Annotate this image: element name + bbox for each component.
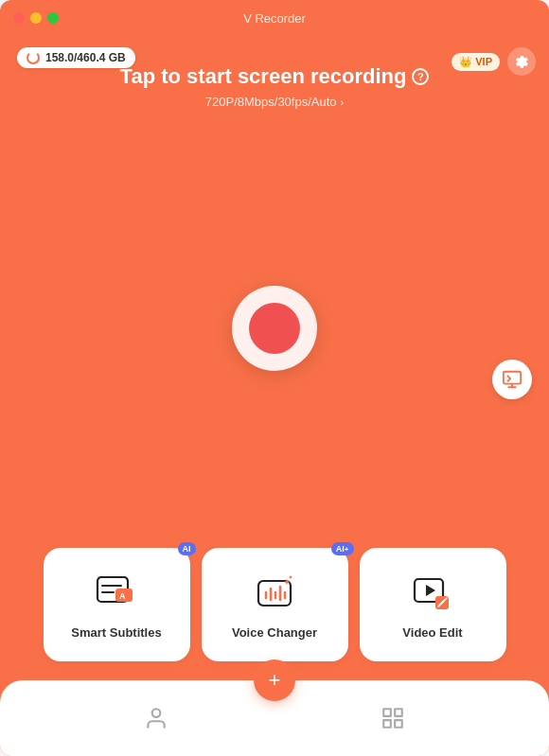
tap-title-row: Tap to start screen recording ? <box>120 64 430 89</box>
add-button[interactable]: + <box>254 659 295 701</box>
storage-icon <box>27 51 40 64</box>
record-btn-container <box>232 109 317 548</box>
svg-rect-23 <box>383 720 391 728</box>
svg-rect-22 <box>395 709 402 716</box>
vip-label: VIP <box>475 56 492 67</box>
svg-rect-21 <box>383 709 391 716</box>
record-button[interactable] <box>232 286 317 371</box>
smart-subtitles-icon: A <box>94 571 139 616</box>
video-edit-icon <box>410 571 455 616</box>
window-title: V Recorder <box>243 11 306 26</box>
svg-marker-15 <box>426 585 435 596</box>
voice-changer-label: Voice Changer <box>232 625 317 640</box>
smart-subtitles-card[interactable]: AI A Smart Subtitles <box>44 548 190 661</box>
traffic-lights <box>13 12 59 24</box>
vip-badge[interactable]: 👑 VIP <box>452 53 500 71</box>
add-icon: + <box>269 668 281 693</box>
storage-badge: 158.0/460.4 GB <box>17 47 135 68</box>
tab-apps[interactable] <box>362 698 424 738</box>
gear-icon <box>514 54 529 69</box>
chevron-right-icon: › <box>341 97 345 108</box>
close-button[interactable] <box>13 12 25 24</box>
tap-title-text: Tap to start screen recording <box>120 64 407 89</box>
settings-button[interactable] <box>507 47 536 76</box>
person-icon <box>144 706 168 730</box>
main-content: Tap to start screen recording ? 720P/8Mb… <box>0 36 549 680</box>
help-button[interactable]: ? <box>412 68 429 85</box>
record-btn-inner <box>249 303 300 354</box>
svg-text:A: A <box>119 591 126 601</box>
bottom-tab-bar: + <box>0 680 549 756</box>
vip-icon: 👑 <box>459 56 472 68</box>
svg-point-20 <box>152 709 161 717</box>
top-right-controls: 👑 VIP <box>452 47 536 76</box>
svg-line-18 <box>438 606 439 607</box>
minimize-button[interactable] <box>30 12 42 24</box>
voice-changer-icon <box>252 571 297 616</box>
screenshot-icon <box>502 369 522 390</box>
storage-text: 158.0/460.4 GB <box>45 51 126 64</box>
ai-badge-subtitles: AI <box>178 542 196 555</box>
svg-rect-0 <box>504 371 521 383</box>
quality-label: 720P/8Mbps/30fps/Auto <box>205 95 337 109</box>
feature-cards-row: AI A Smart Subtitles AI <box>21 548 529 661</box>
maximize-button[interactable] <box>47 12 59 24</box>
video-edit-label: Video Edit <box>402 625 462 640</box>
title-bar: V Recorder <box>0 0 549 36</box>
floating-screenshot-button[interactable] <box>492 360 532 399</box>
app-window: V Recorder 158.0/460.4 GB 👑 VIP Tap to s… <box>0 0 549 756</box>
tab-profile[interactable] <box>125 698 187 738</box>
grid-icon <box>381 706 405 730</box>
svg-line-19 <box>446 598 447 599</box>
ai-badge-voice: AI <box>331 542 354 555</box>
smart-subtitles-label: Smart Subtitles <box>71 625 161 640</box>
video-edit-card[interactable]: Video Edit <box>360 548 506 661</box>
quality-settings[interactable]: 720P/8Mbps/30fps/Auto › <box>205 95 344 109</box>
voice-changer-card[interactable]: AI Voice Changer <box>202 548 348 661</box>
svg-rect-24 <box>395 720 402 728</box>
